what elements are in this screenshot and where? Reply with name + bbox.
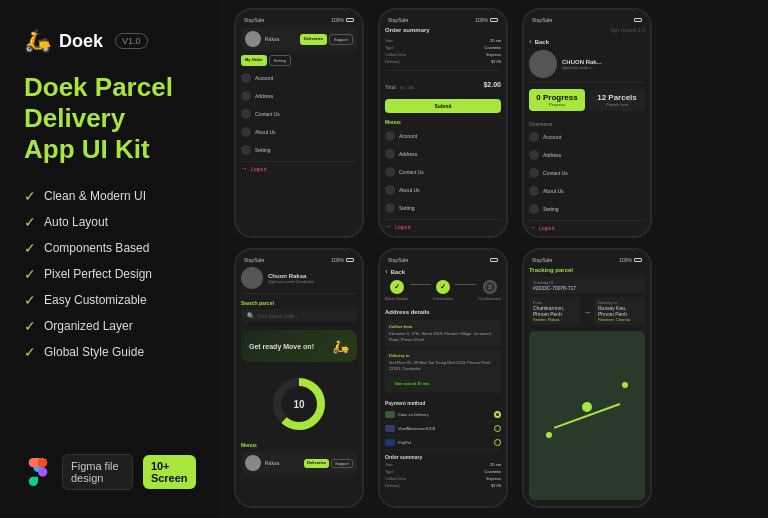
map-vehicle-icon	[582, 402, 592, 412]
tracking-title: Tracking parcel	[529, 267, 645, 273]
profile-avatar	[241, 267, 263, 289]
back-arrow-icon: ‹	[529, 37, 532, 46]
phone-address: StaySafe ‹ Back ✓ Basic Details	[378, 248, 508, 508]
left-panel: 🛵 Doek V1.0 Doek Parcel Delivery App UI …	[0, 0, 220, 518]
delivery-to-title: Delivery to	[389, 353, 497, 358]
menu-setting-item[interactable]: Setting	[241, 143, 357, 157]
to-receiver: Receiver: Channa	[598, 317, 641, 322]
overview-setting[interactable]: Setting	[529, 202, 645, 216]
logout-row-3[interactable]: → Logout	[529, 220, 645, 231]
address-icon	[385, 149, 395, 159]
back-text[interactable]: Back	[535, 39, 549, 45]
scooter-logo-icon: 🛵	[24, 28, 51, 54]
status-safe: StaySafe	[244, 257, 264, 263]
menu-account-item[interactable]: Account	[241, 71, 357, 85]
step-3: 3 Confirmation	[478, 280, 501, 301]
version-badge: V1.0	[115, 33, 148, 49]
overview-about[interactable]: About Us	[529, 184, 645, 198]
battery-icon	[490, 258, 498, 262]
radio-paypal[interactable]	[494, 439, 501, 446]
collect-label: Collect time	[385, 52, 406, 57]
person-icon	[241, 73, 251, 83]
setting-item[interactable]: Setting	[385, 201, 501, 215]
cod-icon	[385, 411, 395, 418]
menu-user-header: Raksa Deliveries Support	[241, 27, 357, 51]
menu-contact-item[interactable]: Contact Us	[241, 107, 357, 121]
screens-badge: 10+ Screen	[143, 455, 196, 489]
contact-item[interactable]: Contact Us	[385, 165, 501, 179]
map-dot-end	[622, 382, 628, 388]
account-item[interactable]: Account	[385, 129, 501, 143]
about-label: About Us	[255, 129, 276, 135]
about-icon	[241, 127, 251, 137]
about-item[interactable]: About Us	[385, 183, 501, 197]
bottom-section: Menus Account Address Contact Us	[385, 119, 501, 230]
battery-icon	[490, 18, 498, 22]
battery-icon	[346, 18, 354, 22]
phone-profile: StaySafe 100% Chuon Raksa @phnom.penh.Ca…	[234, 248, 364, 508]
avatar	[245, 31, 261, 47]
radio-cod[interactable]	[494, 411, 501, 418]
time-btn[interactable]: Take around 20 min	[389, 379, 434, 388]
to-field: Delivery to Russey Keo, Phnom Penh Recei…	[594, 297, 645, 325]
feature-item: ✓ Organized Layer	[24, 318, 196, 334]
check-icon: ✓	[24, 214, 36, 230]
back-text[interactable]: Back	[391, 269, 405, 275]
status-safe: StaySafe	[244, 17, 264, 23]
bottom-username: Raksa	[265, 460, 279, 466]
payment-cod[interactable]: Case on Delivery	[385, 408, 501, 422]
order-row-size-2: Size 20 cm	[385, 462, 501, 467]
about-text: About Us	[399, 187, 420, 193]
submit-button[interactable]: Submit	[385, 99, 501, 113]
order-row-delivery-2: Delivery $2.00	[385, 483, 501, 488]
type-value: Cosmetic	[484, 45, 501, 50]
support-btn[interactable]: Support	[329, 34, 353, 45]
steps-row: ✓ Basic Details ✓ Information 3 Confi	[385, 280, 501, 301]
order-row-collect: Collect time Express	[385, 52, 501, 57]
parcels-num: 12 Parcels	[593, 93, 641, 102]
setting-label: Setting	[255, 147, 271, 153]
address-item[interactable]: Address	[385, 147, 501, 161]
profile-sub-2: @phnom.penh.s...	[562, 65, 602, 70]
menu-address-item[interactable]: Address	[241, 89, 357, 103]
payment-visa[interactable]: Visa/MastercardUCB	[385, 422, 501, 436]
from-sender: Sender: Raksa	[533, 317, 576, 322]
setting-icon	[385, 203, 395, 213]
bottom-user-header: Raksa Deliveries Support	[241, 451, 357, 475]
support-btn2[interactable]: Support	[331, 459, 353, 468]
radio-visa[interactable]	[494, 425, 501, 432]
inc-vat: Inc. VAT	[400, 85, 415, 90]
logout-row[interactable]: → Logout	[241, 161, 357, 172]
status-icons: 100%	[475, 17, 498, 23]
logo-row: 🛵 Doek V1.0	[24, 28, 196, 54]
back-row-2: ‹ Back	[529, 37, 645, 46]
menu-about-item[interactable]: About Us	[241, 125, 357, 139]
progress-label: Progress	[533, 102, 581, 107]
order-section-title: Order summary	[385, 27, 501, 33]
status-icons: 100%	[619, 257, 642, 263]
status-icons: 100%	[331, 257, 354, 263]
search-bar[interactable]: 🔍 Your parcel code...	[241, 309, 357, 322]
payment-paypal[interactable]: PayPal	[385, 436, 501, 450]
logout-icon: →	[241, 165, 248, 172]
overview-list: Account Address Contact Us About Us Sett…	[529, 130, 645, 216]
logout-icon: →	[529, 224, 536, 231]
status-bar: StaySafe 100%	[241, 16, 357, 24]
overview-contact[interactable]: Contact Us	[529, 166, 645, 180]
setting-btn[interactable]: Setting	[269, 55, 291, 66]
paypal-label: PayPal	[398, 440, 411, 445]
order-section: Order summary Size 20 cm Type Cosmetic C…	[385, 27, 501, 113]
step-2-circle: ✓	[436, 280, 450, 294]
order-row-type-2: Type Cosmetic	[385, 469, 501, 474]
overview-account[interactable]: Account	[529, 130, 645, 144]
logout-row-2[interactable]: → Logout	[385, 219, 501, 230]
collect-from-block: Collect from Kilometer 6, 27th, Street 2…	[385, 320, 501, 346]
deliveries-btn2[interactable]: Deliveries	[304, 459, 329, 468]
figma-logo-icon	[24, 458, 52, 486]
delivery-to-block: Delivery to 2nd Floor 65, 29 Mao Tse Tou…	[385, 349, 501, 393]
myorder-btn[interactable]: My Order	[241, 55, 267, 66]
paypal-icon	[385, 439, 395, 446]
deliveries-btn[interactable]: Deliveries	[300, 34, 327, 45]
overview-address[interactable]: Address	[529, 148, 645, 162]
arrow-icon: →	[583, 308, 591, 317]
